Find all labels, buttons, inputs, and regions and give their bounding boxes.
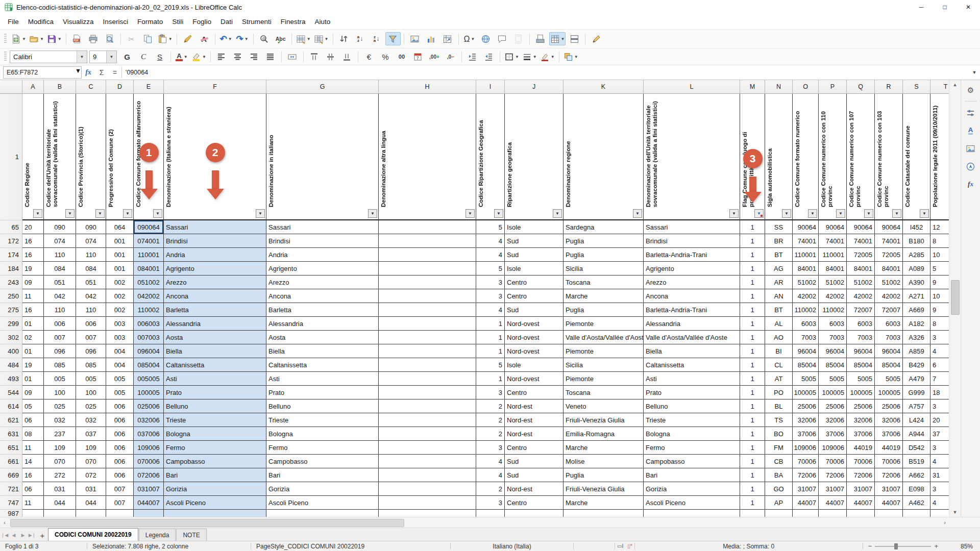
cell-D174[interactable]: 001 [106, 248, 134, 262]
cell-G299[interactable]: Alessandria [266, 317, 379, 331]
cell-A651[interactable]: 11 [22, 441, 44, 455]
cell-G302[interactable]: Aosta [266, 331, 379, 344]
cell-M493[interactable]: 1 [740, 372, 765, 386]
menu-foglio[interactable]: Foglio [188, 16, 216, 28]
add-decimal-button[interactable]: ,00+ [427, 50, 442, 63]
cell-I184[interactable]: 5 [476, 262, 505, 276]
cell-C243[interactable]: 051 [76, 276, 106, 289]
header-cell-J[interactable]: Ripartizione geografica▼ [505, 94, 564, 220]
cell-D631[interactable]: 006 [106, 427, 134, 441]
cell-R400[interactable]: 96004 [875, 344, 903, 358]
autofilter-button-D[interactable]: ▼ [123, 209, 132, 218]
cell-T250[interactable]: 10 [930, 289, 949, 303]
menu-inserisci[interactable]: Inserisci [99, 16, 133, 28]
cell-R65[interactable]: 90064 [875, 220, 903, 234]
cell-H651[interactable] [379, 441, 476, 455]
column-header-F[interactable]: F [164, 80, 266, 93]
cell-L484[interactable]: Caltanissetta [644, 358, 740, 372]
cell-R544[interactable]: 100005 [875, 386, 903, 399]
cell-H172[interactable] [379, 234, 476, 248]
cell-I484[interactable]: 5 [476, 358, 505, 372]
cell-P987[interactable] [819, 510, 847, 517]
cell-L621[interactable]: Trieste [644, 413, 740, 427]
cell-E174[interactable]: 110001 [134, 248, 164, 262]
cell-H987[interactable] [379, 510, 476, 517]
cell-D651[interactable]: 006 [106, 441, 134, 455]
cell-A65[interactable]: 20 [22, 220, 44, 234]
freeze-panes-button[interactable]: ▼ [549, 32, 566, 45]
cell-K65[interactable]: Sardegna [564, 220, 644, 234]
cell-F302[interactable]: Aosta [164, 331, 266, 344]
find-replace-button[interactable]: @ [257, 32, 272, 45]
row-header-987[interactable]: 987 [0, 510, 22, 517]
last-sheet-icon[interactable]: ▶❘ [28, 530, 37, 541]
cell-D250[interactable]: 002 [106, 289, 134, 303]
cell-T484[interactable]: 6 [930, 358, 949, 372]
cell-S302[interactable]: A326 [903, 331, 930, 344]
cell-H65[interactable] [379, 220, 476, 234]
cell-F721[interactable]: Gorizia [164, 482, 266, 496]
cell-H661[interactable] [379, 455, 476, 468]
cell-D987[interactable] [106, 510, 134, 517]
autofilter-button-E[interactable]: ▼ [153, 209, 162, 218]
cell-D184[interactable]: 001 [106, 262, 134, 276]
cell-M631[interactable]: 1 [740, 427, 765, 441]
align-top-button[interactable] [307, 50, 322, 63]
cell-G400[interactable]: Biella [266, 344, 379, 358]
cell-J400[interactable]: Nord-ovest [505, 344, 564, 358]
header-cell-O[interactable]: Codice Comune formato numerico▼ [793, 94, 819, 220]
cell-M302[interactable]: 1 [740, 331, 765, 344]
scroll-left-icon[interactable]: ‹ [0, 517, 9, 528]
cell-B661[interactable]: 070 [44, 455, 76, 468]
delete-decimal-button[interactable]: ,0− [443, 50, 458, 63]
cell-D747[interactable]: 007 [106, 496, 134, 510]
column-header-A[interactable]: A [22, 80, 44, 93]
autofilter-button-G[interactable]: ▼ [368, 209, 377, 218]
cell-Q631[interactable]: 37006 [847, 427, 875, 441]
column-header-K[interactable]: K [564, 80, 644, 93]
cell-I621[interactable]: 2 [476, 413, 505, 427]
row-header-614[interactable]: 614 [0, 399, 22, 413]
cell-A184[interactable]: 19 [22, 262, 44, 276]
header-cell-R[interactable]: Codice Comune numerico con 103 provinc▼ [875, 94, 903, 220]
cell-M174[interactable]: 1 [740, 248, 765, 262]
menu-file[interactable]: File [3, 16, 23, 28]
cell-D621[interactable]: 006 [106, 413, 134, 427]
cell-T544[interactable]: 18 [930, 386, 949, 399]
zoom-slider[interactable] [875, 546, 931, 547]
cell-A987[interactable] [22, 510, 44, 517]
row-header-275[interactable]: 275 [0, 303, 22, 317]
cell-D302[interactable]: 003 [106, 331, 134, 344]
print-button[interactable] [86, 32, 101, 45]
cell-H721[interactable] [379, 482, 476, 496]
cell-M661[interactable]: 1 [740, 455, 765, 468]
autofilter-button-C[interactable]: ▼ [95, 209, 105, 218]
cell-H174[interactable] [379, 248, 476, 262]
undo-button[interactable]: ↶▼ [218, 32, 234, 45]
cell-N243[interactable]: AR [765, 276, 793, 289]
cell-I243[interactable]: 3 [476, 276, 505, 289]
cell-Q651[interactable]: 44019 [847, 441, 875, 455]
hyperlink-button[interactable] [478, 32, 494, 45]
cell-E302[interactable]: 007003 [134, 331, 164, 344]
row-header-661[interactable]: 661 [0, 455, 22, 468]
cell-N661[interactable]: CB [765, 455, 793, 468]
equals-icon[interactable]: = [108, 68, 121, 77]
cell-L250[interactable]: Ancona [644, 289, 740, 303]
cell-F631[interactable]: Bologna [164, 427, 266, 441]
cell-B651[interactable]: 109 [44, 441, 76, 455]
print-preview-button[interactable] [102, 32, 117, 45]
cell-A631[interactable]: 08 [22, 427, 44, 441]
cell-J747[interactable]: Centro [505, 496, 564, 510]
cell-I544[interactable]: 3 [476, 386, 505, 399]
cell-C275[interactable]: 110 [76, 303, 106, 317]
cell-A400[interactable]: 01 [22, 344, 44, 358]
cell-Q987[interactable] [847, 510, 875, 517]
cell-I299[interactable]: 1 [476, 317, 505, 331]
cell-M65[interactable]: 1 [740, 220, 765, 234]
cell-C302[interactable]: 007 [76, 331, 106, 344]
align-bottom-button[interactable] [339, 50, 355, 63]
cell-F275[interactable]: Barletta [164, 303, 266, 317]
close-button[interactable]: ✕ [957, 0, 980, 14]
bold-button[interactable]: G [119, 50, 135, 63]
